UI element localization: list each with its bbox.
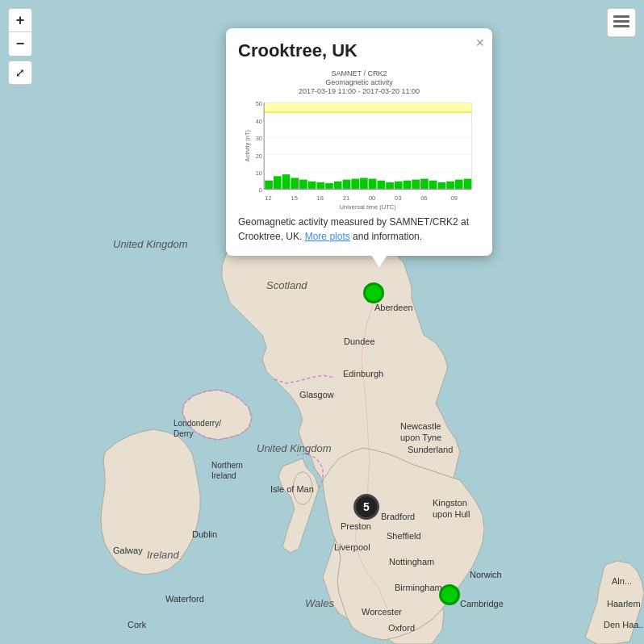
svg-rect-26 bbox=[308, 182, 316, 190]
svg-rect-40 bbox=[429, 181, 437, 190]
svg-rect-31 bbox=[351, 179, 359, 190]
svg-rect-6 bbox=[613, 25, 629, 27]
chart-svg: 50 40 30 20 10 0 bbox=[238, 96, 480, 213]
svg-rect-7 bbox=[264, 102, 471, 189]
expand-icon: ⤢ bbox=[15, 66, 25, 79]
svg-rect-32 bbox=[360, 178, 368, 189]
popup-close-button[interactable]: × bbox=[475, 35, 484, 52]
svg-rect-29 bbox=[334, 182, 342, 190]
svg-text:00: 00 bbox=[369, 194, 375, 202]
svg-rect-28 bbox=[325, 183, 333, 190]
svg-rect-23 bbox=[282, 174, 291, 189]
svg-rect-30 bbox=[343, 180, 351, 190]
svg-text:12: 12 bbox=[265, 194, 271, 202]
svg-rect-33 bbox=[369, 179, 377, 190]
svg-rect-25 bbox=[299, 180, 307, 190]
svg-text:18: 18 bbox=[317, 194, 324, 202]
layers-button[interactable] bbox=[607, 8, 636, 37]
svg-rect-21 bbox=[265, 181, 273, 190]
layers-icon bbox=[613, 15, 629, 30]
svg-rect-43 bbox=[455, 180, 463, 190]
svg-text:30: 30 bbox=[256, 135, 262, 142]
svg-text:09: 09 bbox=[451, 194, 458, 202]
chart-date-range: 2017-03-19 11:00 - 2017-03-20 11:00 bbox=[238, 87, 480, 95]
svg-rect-27 bbox=[317, 182, 325, 190]
zoom-controls: + − bbox=[8, 8, 32, 56]
svg-text:Activity (nT): Activity (nT) bbox=[244, 129, 251, 161]
svg-text:Universal time (UTC): Universal time (UTC) bbox=[340, 203, 397, 211]
svg-rect-22 bbox=[274, 176, 282, 189]
marker-cluster-north[interactable]: 5 bbox=[353, 494, 379, 520]
popup-chart-area: SAMNET / CRK2 Geomagnetic activity 2017-… bbox=[238, 69, 480, 207]
svg-rect-44 bbox=[464, 179, 472, 190]
svg-text:20: 20 bbox=[256, 153, 262, 160]
map-container: + − ⤢ United Kingdom Scotland United Kin… bbox=[0, 0, 644, 644]
svg-text:0: 0 bbox=[259, 186, 262, 194]
svg-text:40: 40 bbox=[256, 118, 262, 125]
svg-text:15: 15 bbox=[291, 194, 297, 202]
svg-text:06: 06 bbox=[420, 194, 427, 202]
svg-rect-42 bbox=[446, 182, 454, 190]
svg-text:21: 21 bbox=[343, 194, 349, 202]
popup: × Crooktree, UK SAMNET / CRK2 Geomagneti… bbox=[226, 28, 492, 256]
svg-rect-36 bbox=[395, 182, 403, 190]
svg-point-1 bbox=[293, 472, 312, 504]
expand-button[interactable]: ⤢ bbox=[8, 61, 32, 85]
chart-activity-label: Geomagnetic activity bbox=[238, 78, 480, 86]
marker-crooktree[interactable] bbox=[363, 282, 384, 303]
zoom-out-button[interactable]: − bbox=[8, 32, 32, 56]
svg-text:50: 50 bbox=[256, 101, 262, 108]
svg-rect-24 bbox=[291, 178, 299, 189]
svg-rect-37 bbox=[404, 181, 412, 190]
marker-birmingham[interactable] bbox=[439, 584, 460, 605]
chart-station: SAMNET / CRK2 bbox=[238, 69, 480, 77]
svg-rect-4 bbox=[613, 15, 629, 18]
svg-text:10: 10 bbox=[256, 169, 262, 177]
svg-rect-39 bbox=[420, 179, 429, 190]
svg-rect-8 bbox=[264, 102, 471, 112]
popup-more-plots-link[interactable]: More plots bbox=[305, 231, 350, 242]
svg-rect-41 bbox=[438, 182, 446, 190]
cluster-count: 5 bbox=[363, 500, 370, 513]
svg-rect-34 bbox=[378, 181, 386, 190]
popup-title: Crooktree, UK bbox=[238, 40, 480, 61]
svg-rect-35 bbox=[386, 182, 394, 190]
svg-rect-5 bbox=[613, 20, 629, 23]
svg-rect-38 bbox=[412, 180, 420, 190]
popup-description: Geomagnetic activity measured by SAMNET/… bbox=[238, 215, 480, 244]
zoom-in-button[interactable]: + bbox=[8, 8, 32, 32]
svg-text:03: 03 bbox=[395, 194, 401, 202]
